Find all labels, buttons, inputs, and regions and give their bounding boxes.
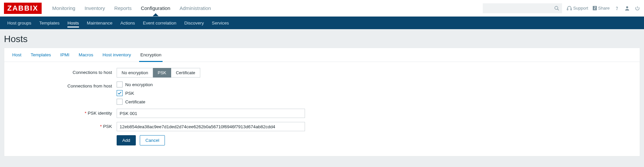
share-link[interactable]: Z Share (593, 6, 610, 11)
top-right: Support Z Share (483, 3, 640, 13)
search-icon[interactable] (554, 6, 559, 11)
subnav-actions[interactable]: Actions (116, 17, 139, 29)
question-icon (614, 6, 620, 11)
tab-ipmi[interactable]: IPMI (56, 48, 74, 62)
from-no-encryption-label: No encryption (125, 82, 153, 87)
logout-button[interactable] (635, 6, 640, 11)
svg-point-5 (626, 6, 628, 8)
subnav-maintenance[interactable]: Maintenance (83, 17, 116, 29)
page-title: Hosts (0, 29, 644, 48)
from-certificate-label: Certificate (125, 99, 145, 104)
tab-encryption[interactable]: Encryption (136, 48, 166, 62)
subnav-hosts[interactable]: Hosts (63, 17, 83, 29)
row-buttons: Add Cancel (11, 135, 633, 145)
connections-to-host-group: No encryption PSK Certificate (117, 68, 200, 78)
support-label: Support (573, 6, 588, 11)
from-psk-label: PSK (125, 91, 134, 96)
main-nav-administration[interactable]: Administration (175, 0, 215, 16)
main-nav-monitoring[interactable]: Monitoring (48, 0, 80, 16)
psk-input[interactable] (117, 122, 305, 131)
subnav-event-correlation[interactable]: Event correlation (139, 17, 180, 29)
svg-rect-2 (567, 9, 568, 10)
conn-to-psk[interactable]: PSK (153, 68, 171, 78)
cancel-button[interactable]: Cancel (140, 135, 165, 145)
user-button[interactable] (624, 5, 630, 11)
from-psk-row: PSK (117, 90, 153, 96)
power-icon (635, 6, 640, 11)
row-psk: *PSK (11, 122, 633, 131)
search-input[interactable] (483, 3, 562, 13)
main-nav-reports[interactable]: Reports (110, 0, 136, 16)
main-nav-configuration[interactable]: Configuration (136, 0, 175, 16)
from-certificate-row: Certificate (117, 99, 153, 105)
logo[interactable]: ZABBIX (4, 3, 42, 14)
row-connections-from-host: Connections from host No encryption PSK (11, 82, 633, 105)
row-connections-to-host: Connections to host No encryption PSK Ce… (11, 68, 633, 78)
config-tabs: Host Templates IPMI Macros Host inventor… (4, 48, 640, 62)
label-psk-identity: *PSK identity (11, 109, 117, 116)
row-psk-identity: *PSK identity (11, 109, 633, 118)
tab-templates[interactable]: Templates (26, 48, 56, 62)
search-wrap (483, 3, 562, 13)
encryption-form: Connections to host No encryption PSK Ce… (4, 62, 640, 145)
tab-macros[interactable]: Macros (74, 48, 98, 62)
tab-host[interactable]: Host (8, 48, 26, 62)
user-icon (624, 5, 630, 11)
svg-rect-3 (571, 9, 572, 10)
add-button[interactable]: Add (117, 135, 136, 145)
checkbox-certificate[interactable] (117, 99, 123, 105)
label-connections-to-host: Connections to host (11, 68, 117, 75)
svg-point-0 (555, 6, 558, 9)
checkbox-psk[interactable] (117, 90, 123, 96)
main-nav: Monitoring Inventory Reports Configurati… (48, 0, 216, 16)
share-label: Share (598, 6, 610, 11)
subnav-host-groups[interactable]: Host groups (3, 17, 35, 29)
subnav: Host groups Templates Hosts Maintenance … (0, 17, 644, 29)
z-icon: Z (593, 6, 597, 10)
psk-identity-input[interactable] (117, 109, 305, 118)
conn-to-no-encryption[interactable]: No encryption (117, 68, 153, 78)
checkbox-no-encryption[interactable] (117, 82, 123, 87)
support-link[interactable]: Support (567, 6, 588, 11)
help-button[interactable] (614, 6, 620, 11)
conn-to-certificate[interactable]: Certificate (171, 68, 200, 78)
subnav-templates[interactable]: Templates (35, 17, 64, 29)
label-psk: *PSK (11, 122, 117, 129)
tab-host-inventory[interactable]: Host inventory (98, 48, 135, 62)
form-panel: Host Templates IPMI Macros Host inventor… (4, 48, 640, 156)
topbar: ZABBIX Monitoring Inventory Reports Conf… (0, 0, 644, 17)
subnav-services[interactable]: Services (208, 17, 233, 29)
subnav-discovery[interactable]: Discovery (180, 17, 208, 29)
svg-point-4 (617, 9, 617, 10)
from-no-encryption-row: No encryption (117, 82, 153, 87)
main-nav-inventory[interactable]: Inventory (80, 0, 110, 16)
label-connections-from-host: Connections from host (11, 82, 117, 88)
svg-line-1 (557, 9, 559, 10)
headset-icon (567, 6, 572, 11)
